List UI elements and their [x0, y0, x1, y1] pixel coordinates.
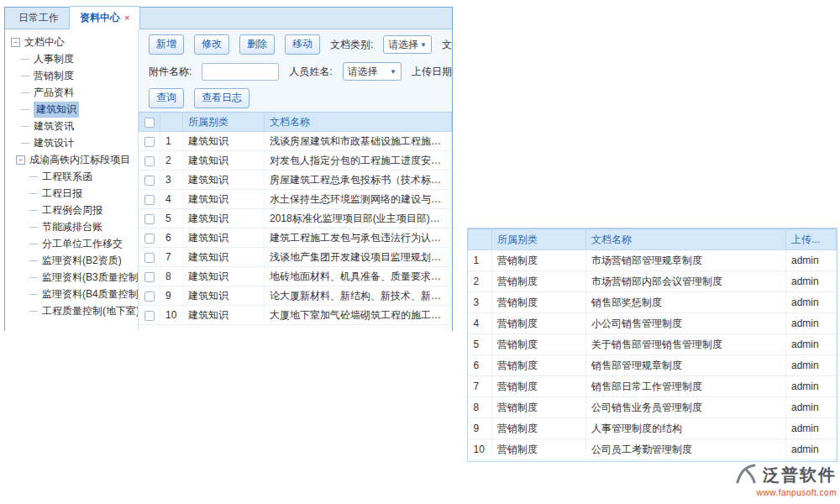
row-checkbox[interactable] [144, 176, 155, 186]
row-doc-name[interactable]: 大厦地下室加气砼墙砌筑工程的施工方... [265, 306, 452, 325]
row-checkbox[interactable] [144, 195, 155, 205]
toolbar-filters: 附件名称: 人员姓名: 请选择 ▼ 上传日期 [139, 58, 452, 85]
sidebar-item[interactable]: 建筑知识 [9, 101, 138, 118]
marketing-row[interactable]: 10营销制度公司员工考勤管理制度admin [469, 439, 837, 460]
row-checkbox[interactable] [144, 272, 155, 282]
row-doc-name[interactable]: 房屋建筑工程总承包投标书（技术标）... [265, 171, 452, 190]
row-number: 10 [469, 439, 492, 460]
row-doc-name[interactable]: 浅谈房屋建筑和市政基础设施工程施工... [265, 132, 452, 151]
row-number: 5 [469, 334, 492, 355]
marketing-row[interactable]: 9营销制度人事管理制度的结构admin [469, 418, 837, 439]
row-checkbox[interactable] [144, 156, 155, 166]
sidebar-item[interactable]: 监理资料(B3质量控制) [9, 269, 138, 286]
row-doc-name[interactable]: 地砖地面材料、机具准备、质量要求及... [265, 267, 452, 286]
row-doc-name[interactable]: 市场营销部管理规章制度 [586, 250, 786, 271]
header-number-cell [469, 229, 492, 250]
row-doc-name[interactable]: 公司员工考勤管理制度 [586, 439, 786, 460]
marketing-row[interactable]: 2营销制度市场营销部内部会议管理制度admin [469, 271, 837, 292]
sidebar-item[interactable]: 产品资料 [9, 84, 138, 101]
sidebar-item[interactable]: 监理资料(B2资质) [9, 252, 138, 269]
sidebar-item[interactable]: 工程联系函 [9, 168, 138, 185]
document-row[interactable]: 8建筑知识地砖地面材料、机具准备、质量要求及... [139, 267, 452, 286]
tab-daily-work[interactable]: 日常工作 [8, 7, 69, 29]
marketing-row[interactable]: 8营销制度公司销售业务员管理制度admin [469, 397, 837, 418]
person-select[interactable]: 请选择 ▼ [343, 62, 402, 81]
marketing-row[interactable]: 3营销制度销售部奖惩制度admin [469, 292, 837, 313]
attachment-name-input[interactable] [202, 63, 279, 81]
row-doc-name[interactable]: 销售部日常工作管理制度 [586, 376, 786, 397]
sidebar-item-label: 监理资料(B2资质) [42, 254, 122, 268]
sidebar-item[interactable]: −成渝高铁内江标段项目 [9, 151, 138, 168]
header-category: 所属别类 [183, 113, 265, 132]
row-number: 6 [160, 228, 183, 248]
collapse-icon[interactable]: − [16, 155, 25, 165]
sidebar-item[interactable]: 监理资料(B4质量控制) [9, 286, 138, 302]
sidebar-item[interactable]: 建筑设计 [9, 134, 138, 151]
collapse-icon[interactable]: − [11, 38, 20, 47]
row-doc-name[interactable]: 建筑工程施工发包与承包违法行为认定... [265, 228, 452, 248]
sidebar-item[interactable]: 人事制度 [9, 50, 138, 67]
sidebar-item[interactable]: 工程质量控制(地下室) [9, 302, 138, 319]
close-icon[interactable]: × [124, 13, 129, 23]
document-row[interactable]: 1建筑知识浅谈房屋建筑和市政基础设施工程施工... [139, 132, 452, 151]
view-log-button[interactable]: 查看日志 [194, 88, 249, 108]
row-doc-name[interactable]: 关于销售部管理销售管理制度 [586, 334, 786, 355]
tree-connector-icon [21, 59, 29, 60]
document-row[interactable]: 7建筑知识浅谈地产集团开发建设项目监理规划编... [139, 248, 452, 267]
modify-button[interactable]: 修改 [194, 34, 229, 54]
row-doc-name[interactable]: 公司销售业务员管理制度 [586, 397, 786, 418]
move-button[interactable]: 移动 [285, 34, 320, 54]
sidebar-item[interactable]: 建筑资讯 [9, 118, 138, 134]
row-check-cell [139, 171, 160, 190]
row-doc-name[interactable]: 对发包人指定分包的工程施工进度安排... [265, 151, 452, 171]
row-checkbox[interactable] [144, 137, 155, 147]
add-button[interactable]: 新增 [149, 34, 184, 54]
row-doc-name[interactable]: 浅谈地产集团开发建设项目监理规划编... [265, 248, 452, 267]
marketing-row[interactable]: 4营销制度小公司销售管理制度admin [469, 313, 837, 334]
delete-button[interactable]: 删除 [239, 34, 275, 54]
sidebar-item[interactable]: −文档中心 [9, 34, 138, 50]
row-doc-name[interactable]: 水土保持生态环境监测网络的建设与资... [265, 190, 452, 209]
document-row[interactable]: 3建筑知识房屋建筑工程总承包投标书（技术标）... [139, 171, 452, 190]
row-uploader: admin [786, 292, 837, 313]
document-row[interactable]: 9建筑知识论大厦新材料、新结构、新技术、新工... [139, 286, 452, 306]
row-checkbox[interactable] [144, 291, 155, 302]
row-category: 建筑知识 [183, 190, 265, 209]
document-row[interactable]: 5建筑知识2018标准化监理项目部(业主项目部)人员... [139, 209, 452, 228]
row-checkbox[interactable] [144, 234, 155, 244]
row-doc-name[interactable]: 2018标准化监理项目部(业主项目部)人员... [265, 209, 452, 228]
document-row[interactable]: 2建筑知识对发包人指定分包的工程施工进度安排... [139, 151, 452, 171]
sidebar-item[interactable]: 工程日报 [9, 185, 138, 202]
tab-data-center[interactable]: 资料中心× [69, 6, 140, 29]
marketing-table-header: 所属别类 文档名称 上传... [469, 229, 837, 250]
row-check-cell [139, 286, 160, 306]
document-row[interactable]: 6建筑知识建筑工程施工发包与承包违法行为认定... [139, 228, 452, 248]
row-doc-name[interactable]: 论大厦新材料、新结构、新技术、新工... [265, 286, 452, 306]
marketing-row[interactable]: 5营销制度关于销售部管理销售管理制度admin [469, 334, 837, 355]
row-number: 8 [160, 267, 183, 286]
marketing-row[interactable]: 7营销制度销售部日常工作管理制度admin [469, 376, 837, 397]
sidebar-item[interactable]: 分工单位工作移交 [9, 235, 138, 252]
row-doc-name[interactable]: 市场营销部内部会议管理制度 [586, 271, 786, 292]
query-button[interactable]: 查询 [149, 88, 184, 108]
row-doc-name[interactable]: 销售部奖惩制度 [586, 292, 786, 313]
sidebar-item[interactable]: 节能减排台账 [9, 218, 138, 235]
select-all-checkbox[interactable] [144, 118, 155, 128]
sidebar-item-label: 营销制度 [34, 69, 74, 83]
row-checkbox[interactable] [144, 311, 155, 321]
doc-type-select[interactable]: 请选择 ▼ [383, 35, 432, 54]
sidebar-item[interactable]: 营销制度 [9, 67, 138, 84]
row-category: 建筑知识 [183, 248, 265, 267]
document-row[interactable]: 10建筑知识大厦地下室加气砼墙砌筑工程的施工方... [139, 306, 452, 325]
sidebar-item[interactable]: 工程例会周报 [9, 202, 138, 218]
row-checkbox[interactable] [144, 253, 155, 263]
row-doc-name[interactable]: 小公司销售管理制度 [586, 313, 786, 334]
marketing-row[interactable]: 1营销制度市场营销部管理规章制度admin [469, 250, 837, 271]
row-doc-name[interactable]: 人事管理制度的结构 [586, 418, 786, 439]
row-number: 8 [469, 397, 492, 418]
row-checkbox[interactable] [144, 214, 155, 224]
document-row[interactable]: 4建筑知识水土保持生态环境监测网络的建设与资... [139, 190, 452, 209]
tab-data-center-label: 资料中心 [80, 12, 120, 24]
marketing-row[interactable]: 6营销制度销售部管理规章制度admin [469, 355, 837, 376]
row-doc-name[interactable]: 销售部管理规章制度 [586, 355, 786, 376]
